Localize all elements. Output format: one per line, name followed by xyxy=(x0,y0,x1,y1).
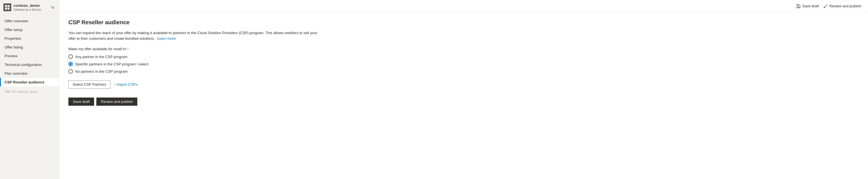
topbar-save-draft[interactable]: Save draft xyxy=(796,4,819,8)
review-publish-icon xyxy=(824,4,828,8)
app-title-block: contoso_demo Software as a Service xyxy=(13,3,41,11)
csp-action-row: Select CSP Partners ↑ Import CSPs xyxy=(68,80,859,88)
save-draft-button[interactable]: Save draft xyxy=(68,98,94,106)
topbar: Save draft Review and publish xyxy=(59,0,868,12)
sidebar-item-offer-overview[interactable]: Offer overview xyxy=(0,16,59,25)
save-draft-icon xyxy=(796,4,801,8)
sidebar-item-plan-overview[interactable]: Plan overview xyxy=(0,69,59,78)
svg-rect-1 xyxy=(8,5,10,7)
page-title: CSP Reseller audience xyxy=(68,19,859,26)
sidebar-item-preview[interactable]: Preview xyxy=(0,51,59,60)
svg-rect-3 xyxy=(8,8,10,9)
sidebar: contoso_demo Software as a Service ⇆ Off… xyxy=(0,0,59,179)
page-content: CSP Reseller audience You can expand the… xyxy=(59,12,868,179)
topbar-save-draft-label: Save draft xyxy=(802,4,819,8)
sidebar-nav: Offer overview Offer setup Properties Of… xyxy=(0,14,59,179)
select-csp-partners-button[interactable]: Select CSP Partners xyxy=(68,80,111,88)
radio-label-any-partner: Any partner in the CSP program xyxy=(75,55,127,59)
topbar-review-publish[interactable]: Review and publish xyxy=(824,4,861,8)
radio-no-partners[interactable]: No partners in the CSP program xyxy=(68,69,859,74)
sidebar-item-properties[interactable]: Properties xyxy=(0,34,59,43)
topbar-review-publish-label: Review and publish xyxy=(829,4,861,8)
radio-label-no-partners: No partners in the CSP program xyxy=(75,69,127,74)
learn-more-link[interactable]: Learn more xyxy=(157,36,176,41)
radio-group: Any partner in the CSP program Specific … xyxy=(68,55,859,74)
radio-any-partner[interactable]: Any partner in the CSP program xyxy=(68,55,859,59)
radio-circle-specific-partners xyxy=(68,62,73,66)
app-subtitle: Software as a Service xyxy=(13,8,41,11)
page-description: You can expand the reach of your offer b… xyxy=(68,30,323,41)
app-name: contoso_demo xyxy=(13,3,41,8)
svg-rect-4 xyxy=(798,6,799,8)
sidebar-item-csp-reseller-audience[interactable]: CSP Reseller audience xyxy=(0,78,59,86)
sidebar-collapse-button[interactable]: ⇆ xyxy=(50,4,56,10)
sidebar-item-offer-listing[interactable]: Offer listing xyxy=(0,43,59,51)
bottom-actions: Save draft Review and publish xyxy=(68,98,859,106)
svg-rect-5 xyxy=(798,4,799,5)
sidebar-item-offer-id: Offer ID: contoso_demo xyxy=(0,86,59,96)
app-logo xyxy=(3,3,11,11)
review-publish-button[interactable]: Review and publish xyxy=(96,98,137,106)
radio-circle-any-partner xyxy=(68,55,73,59)
radio-specific-partners[interactable]: Specific partners in the CSP program I s… xyxy=(68,62,859,66)
sidebar-item-offer-setup[interactable]: Offer setup xyxy=(0,25,59,34)
description-text: You can expand the reach of your offer b… xyxy=(68,31,317,41)
required-marker: * xyxy=(126,47,129,51)
sidebar-header: contoso_demo Software as a Service ⇆ xyxy=(0,0,59,14)
svg-rect-2 xyxy=(5,8,7,9)
field-label: Make my offer available for resell to * xyxy=(68,47,859,51)
import-csps-button[interactable]: ↑ Import CSPs xyxy=(114,82,137,86)
radio-label-specific-partners: Specific partners in the CSP program I s… xyxy=(75,62,148,66)
main-content: Save draft Review and publish CSP Resell… xyxy=(59,0,868,179)
sidebar-item-technical-configuration[interactable]: Technical configuration xyxy=(0,60,59,69)
svg-rect-0 xyxy=(5,5,7,7)
radio-circle-no-partners xyxy=(68,69,73,74)
